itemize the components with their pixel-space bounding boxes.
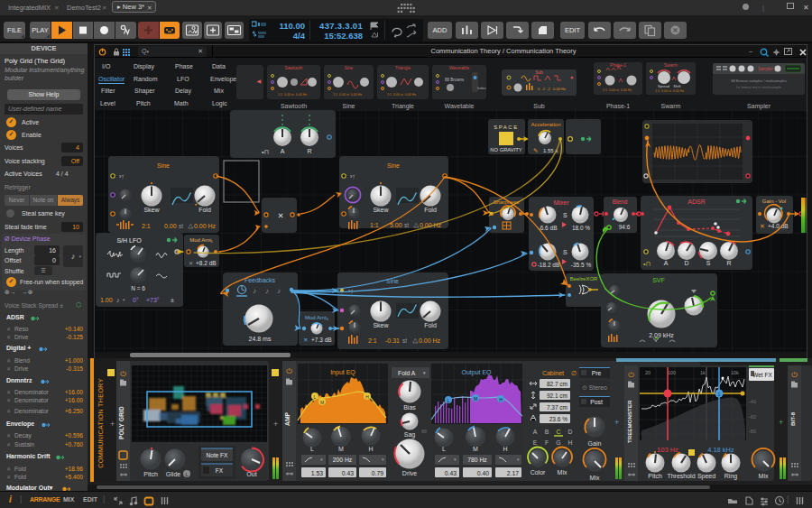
svg-text:-35.5 %: -35.5 %	[571, 262, 592, 268]
svg-text:M: M	[338, 446, 344, 452]
svg-text:-60: -60	[749, 414, 756, 420]
svg-text:R: R	[307, 148, 311, 154]
svg-text:Sine: Sine	[387, 162, 400, 169]
svg-text:780 Hz: 780 Hz	[467, 457, 487, 463]
svg-text:st: st	[402, 337, 407, 344]
svg-text:Le format micro multisample: Le format micro multisample	[736, 85, 782, 89]
svg-text:⏻: ⏻	[120, 370, 126, 378]
svg-text:Out: Out	[246, 471, 256, 477]
svg-text:S/H LFO: S/H LFO	[116, 237, 142, 244]
svg-text:0.79: 0.79	[372, 470, 383, 476]
svg-text:Feedbacks: Feedbacks	[245, 277, 276, 283]
svg-text:Skew: Skew	[143, 207, 160, 213]
svg-text:2.09 kHz: 2.09 kHz	[649, 332, 674, 338]
svg-text:NO GRAVITY: NO GRAVITY	[490, 147, 521, 152]
svg-text:✎: ✎	[533, 147, 538, 153]
svg-text:10k: 10k	[731, 370, 739, 375]
svg-text:∅: ∅	[571, 370, 577, 376]
svg-text:+: +	[779, 418, 783, 427]
svg-text:1:1 0.00 st 0.00 Hz: 1:1 0.00 st 0.00 Hz	[333, 93, 362, 97]
svg-text:88 Browse samples / multisampl: 88 Browse samples / multisamples	[731, 79, 787, 83]
svg-text:Mod Amt₄: Mod Amt₄	[305, 315, 329, 320]
svg-text:st: st	[404, 222, 409, 228]
svg-text:0 -1 -2 0.00 Hz: 0 -1 -2 0.00 Hz	[538, 87, 566, 91]
svg-text:1:1 0.00 st 0.00 Hz: 1:1 0.00 st 0.00 Hz	[603, 88, 632, 92]
svg-text:Acceleration: Acceleration	[531, 122, 560, 127]
svg-text:SVF: SVF	[652, 277, 665, 283]
svg-text:Mixer: Mixer	[553, 199, 569, 206]
svg-text:0.00 Hz: 0.00 Hz	[419, 337, 441, 344]
svg-text:S: S	[706, 260, 711, 266]
svg-text:+4.0 dB: +4.0 dB	[768, 223, 789, 229]
svg-text:Gain: Gain	[588, 440, 602, 447]
svg-text:+: +	[110, 420, 115, 429]
svg-text:H: H	[365, 394, 369, 400]
svg-text:1:1: 1:1	[370, 222, 379, 228]
svg-text:A: A	[533, 429, 538, 435]
svg-text:Mix: Mix	[759, 473, 769, 479]
svg-text:›↑: ›↑	[350, 173, 355, 180]
svg-text:Index: Index	[477, 86, 486, 90]
svg-text:⧋: ⧋	[413, 222, 420, 228]
svg-text:✕: ✕	[189, 261, 193, 266]
svg-text:±: ±	[171, 297, 174, 303]
svg-text:AMP: AMP	[284, 411, 291, 426]
svg-text:23.6 %: 23.6 %	[549, 416, 567, 422]
svg-text:Pitch: Pitch	[648, 473, 662, 479]
svg-text:⏻: ⏻	[628, 371, 634, 379]
svg-text:✕: ✕	[303, 337, 308, 343]
svg-text:L: L	[442, 446, 446, 452]
svg-text:92.1 cm: 92.1 cm	[547, 393, 567, 399]
svg-text:88 Browns: 88 Browns	[445, 78, 465, 82]
svg-text:-0.31: -0.31	[385, 337, 400, 344]
svg-text:0.40: 0.40	[477, 470, 489, 476]
svg-text:82.7 cm: 82.7 cm	[547, 381, 567, 387]
svg-text:0.00 Hz: 0.00 Hz	[420, 222, 442, 228]
svg-text:⧋: ⧋	[412, 337, 419, 344]
svg-text:Skew: Skew	[373, 322, 389, 328]
svg-text:S: S	[563, 249, 567, 255]
svg-text:1:1 0.00 st 0.00 Hz: 1:1 0.00 st 0.00 Hz	[655, 89, 684, 93]
svg-text:-6.6 dB: -6.6 dB	[539, 225, 558, 231]
svg-text:+: +	[614, 418, 619, 427]
svg-text:SPACE: SPACE	[494, 125, 518, 130]
svg-text:Output EQ: Output EQ	[461, 369, 492, 376]
svg-text:Mod Amt₁: Mod Amt₁	[189, 237, 213, 243]
svg-text:M: M	[473, 446, 478, 452]
svg-text:N = 6: N = 6	[131, 285, 145, 291]
svg-text:Cabinet: Cabinet	[542, 370, 564, 376]
svg-text:Fold: Fold	[424, 322, 437, 328]
svg-text:Sine: Sine	[157, 162, 170, 169]
svg-text:Gain - Vol: Gain - Vol	[762, 199, 786, 204]
svg-text:1:1 0.00 st 0.00 Hz: 1:1 0.00 st 0.00 Hz	[278, 93, 307, 97]
svg-text:BeelzeXOR: BeelzeXOR	[570, 276, 597, 282]
svg-text:Ring: Ring	[724, 473, 738, 480]
svg-text:2.17: 2.17	[507, 470, 519, 476]
svg-text:⏻: ⏻	[791, 371, 798, 379]
svg-text:+73°: +73°	[146, 297, 160, 303]
svg-text:18.0 %: 18.0 %	[572, 225, 590, 231]
svg-text:Input EQ: Input EQ	[330, 369, 355, 376]
svg-text:1k: 1k	[700, 370, 706, 375]
svg-text:✕: ✕	[760, 223, 765, 229]
svg-text:A: A	[664, 260, 669, 266]
svg-text:Blend: Blend	[613, 199, 628, 205]
svg-text:♪: ♪	[116, 297, 120, 303]
svg-text:R: R	[726, 260, 731, 266]
svg-text:Fold: Fold	[198, 207, 211, 213]
svg-text:H: H	[503, 446, 507, 452]
svg-text:Spread Shift: Spread Shift	[658, 84, 681, 88]
svg-text:TREEMONSTER: TREEMONSTER	[626, 400, 632, 443]
svg-text:0.43: 0.43	[342, 470, 354, 476]
svg-text:H: H	[368, 446, 373, 452]
svg-text:+: +	[273, 420, 278, 429]
svg-text:⧋: ⧋	[188, 223, 194, 229]
svg-text:1.00: 1.00	[100, 297, 113, 303]
svg-text:A: A	[281, 148, 285, 154]
svg-text:Mix: Mix	[558, 469, 567, 476]
svg-text:Sag: Sag	[404, 431, 416, 439]
svg-text:0°: 0°	[133, 297, 139, 303]
svg-text:COMMUNICATION THEORY: COMMUNICATION THEORY	[97, 378, 105, 467]
svg-text:POLY GRID: POLY GRID	[118, 406, 125, 439]
svg-text:Drive: Drive	[402, 470, 417, 476]
